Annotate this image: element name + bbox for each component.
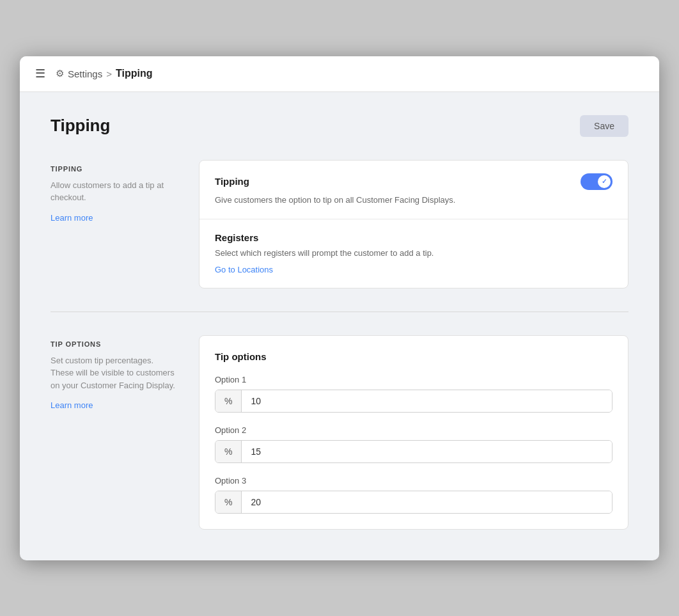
settings-link[interactable]: Settings — [68, 68, 102, 79]
registers-title: Registers — [215, 232, 613, 243]
tipping-card: Tipping ✓ Give customers the option to t… — [199, 160, 628, 288]
tipping-toggle[interactable]: ✓ — [581, 173, 613, 190]
tipping-label-desc: Allow customers to add a tip at checkout… — [51, 179, 178, 204]
tip-option-1-label: Option 1 — [215, 375, 613, 384]
tipping-learn-more-link[interactable]: Learn more — [51, 213, 93, 223]
tip-option-2-prefix: % — [215, 441, 242, 462]
registers-desc: Select which registers will prompt the c… — [215, 247, 613, 260]
topbar: ☰ ⚙ Settings > Tipping — [20, 56, 659, 92]
toggle-knob: ✓ — [598, 175, 611, 188]
tip-option-3-input[interactable] — [242, 491, 612, 513]
app-window: ☰ ⚙ Settings > Tipping Tipping Save TIPP… — [20, 56, 659, 560]
page-title: Tipping — [51, 116, 110, 136]
tipping-section-label: TIPPING Allow customers to add a tip at … — [51, 160, 178, 288]
tipping-label-title: TIPPING — [51, 165, 178, 173]
registers-row: Registers Select which registers will pr… — [199, 219, 628, 288]
toggle-slider: ✓ — [581, 173, 613, 190]
tip-option-2-input[interactable] — [242, 441, 612, 462]
page-header: Tipping Save — [51, 115, 628, 137]
tip-option-3-group: Option 3 % — [215, 476, 613, 514]
tip-option-2-input-wrapper: % — [215, 440, 613, 463]
tip-options-title: Tip options — [215, 351, 613, 362]
breadcrumb-separator: > — [106, 68, 112, 79]
settings-gear-icon: ⚙ — [56, 68, 64, 79]
go-to-locations-link[interactable]: Go to Locations — [215, 265, 273, 274]
tip-option-3-label: Option 3 — [215, 476, 613, 486]
breadcrumb-current: Tipping — [116, 68, 152, 79]
tip-option-2-group: Option 2 % — [215, 425, 613, 463]
tip-options-learn-more-link[interactable]: Learn more — [51, 400, 93, 410]
tip-options-card: Tip options Option 1 % Option 2 % — [199, 335, 628, 530]
tipping-toggle-header: Tipping ✓ — [215, 173, 613, 190]
tip-options-section: TIP OPTIONS Set custom tip percentages. … — [51, 335, 628, 530]
tipping-section: TIPPING Allow customers to add a tip at … — [51, 160, 628, 288]
tip-options-label-title: TIP OPTIONS — [51, 340, 178, 348]
tipping-toggle-title: Tipping — [215, 176, 249, 187]
tip-option-1-input[interactable] — [242, 390, 612, 412]
menu-icon[interactable]: ☰ — [33, 64, 48, 83]
tip-options-card-inner: Tip options Option 1 % Option 2 % — [199, 336, 628, 529]
main-content: Tipping Save TIPPING Allow customers to … — [20, 92, 659, 560]
breadcrumb: ⚙ Settings > Tipping — [56, 68, 152, 79]
tipping-toggle-row: Tipping ✓ Give customers the option to t… — [199, 161, 628, 220]
tip-option-3-prefix: % — [215, 491, 242, 513]
tip-options-label: TIP OPTIONS Set custom tip percentages. … — [51, 335, 178, 530]
tip-option-2-label: Option 2 — [215, 425, 613, 435]
tip-option-1-group: Option 1 % — [215, 375, 613, 413]
section-divider — [51, 312, 628, 312]
tip-option-3-input-wrapper: % — [215, 491, 613, 514]
tip-options-label-desc: Set custom tip percentages. These will b… — [51, 354, 178, 392]
tipping-toggle-desc: Give customers the option to tip on all … — [215, 194, 613, 207]
toggle-check-icon: ✓ — [602, 178, 607, 185]
save-button[interactable]: Save — [580, 115, 628, 137]
tip-option-1-prefix: % — [215, 390, 242, 412]
tip-option-1-input-wrapper: % — [215, 390, 613, 413]
